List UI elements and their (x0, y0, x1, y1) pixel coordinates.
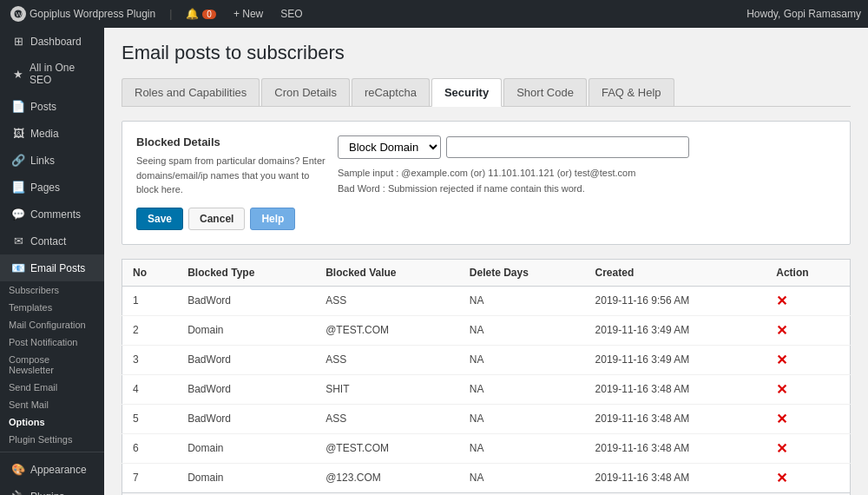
table-row: 3 BadWord ASS NA 2019-11-16 3:49 AM ✕ (122, 345, 851, 374)
cell-no: 4 (122, 374, 178, 404)
sidebar-item-links[interactable]: 🔗 Links (0, 147, 104, 174)
bell-icon: 🔔 (186, 8, 199, 20)
delete-button[interactable]: ✕ (776, 411, 787, 427)
table-row: 5 BadWord ASS NA 2019-11-16 3:48 AM ✕ (122, 404, 851, 433)
sidebar-label-plugins: Plugins (30, 491, 64, 496)
seo-button[interactable]: SEO (277, 8, 306, 20)
sidebar-label-appearance: Appearance (30, 464, 87, 476)
col-header-action: Action (766, 259, 850, 286)
sidebar-item-comments[interactable]: 💬 Comments (0, 201, 104, 228)
col-header-no: No (122, 259, 178, 286)
sidebar-sub-post-notification[interactable]: Post Notification (0, 333, 104, 351)
cell-blocked-type: BadWord (177, 286, 315, 315)
admin-logo-text: Gopiplus Wordpress Plugin (30, 8, 155, 20)
sidebar-item-appearance[interactable]: 🎨 Appearance (0, 456, 104, 483)
tab-faq-help[interactable]: FAQ & Help (589, 78, 674, 106)
sidebar-item-pages[interactable]: 📃 Pages (0, 174, 104, 201)
block-value-input[interactable] (446, 136, 689, 158)
sidebar-item-media[interactable]: 🖼 Media (0, 120, 104, 147)
cell-created: 2019-11-16 3:48 AM (585, 404, 766, 433)
cell-created: 2019-11-16 9:56 AM (585, 286, 766, 315)
sidebar-sub-options[interactable]: Options (0, 413, 104, 431)
table-row: 1 BadWord ASS NA 2019-11-16 9:56 AM ✕ (122, 286, 851, 315)
col-header-blocked-type: Blocked Type (177, 259, 315, 286)
new-button[interactable]: + New (230, 8, 266, 20)
sidebar-item-email-posts[interactable]: 📧 Email Posts (0, 254, 104, 281)
cell-created: 2019-11-16 3:48 AM (585, 463, 766, 492)
admin-bar: W Gopiplus Wordpress Plugin | 🔔 0 + New … (0, 0, 868, 28)
sidebar-item-posts[interactable]: 📄 Posts (0, 93, 104, 120)
tab-roles-and-capabilities[interactable]: Roles and Capabilities (122, 78, 260, 106)
delete-button[interactable]: ✕ (776, 440, 787, 457)
sidebar-divider-1 (0, 452, 104, 452)
table-row: 6 Domain @TEST.COM NA 2019-11-16 3:48 AM… (122, 433, 851, 463)
sidebar-label-posts: Posts (30, 101, 56, 113)
cell-no: 3 (122, 345, 178, 374)
cell-created: 2019-11-16 3:48 AM (585, 374, 766, 404)
cell-blocked-value: @TEST.COM (315, 433, 459, 463)
sidebar-sub-mail-config[interactable]: Mail Configuration (0, 316, 104, 333)
comments-icon: 💬 (11, 208, 25, 221)
delete-button[interactable]: ✕ (776, 381, 787, 398)
page-title: Email posts to subscribers (122, 42, 851, 64)
notification-bell[interactable]: 🔔 0 (182, 8, 220, 20)
delete-button[interactable]: ✕ (776, 322, 787, 339)
dashboard-icon: ⊞ (11, 35, 25, 48)
cell-action: ✕ (766, 433, 850, 463)
sidebar-sub-compose[interactable]: Compose Newsletter (0, 351, 104, 379)
sidebar-sub-sent-mail[interactable]: Sent Mail (0, 396, 104, 413)
notification-count: 0 (202, 10, 216, 19)
sidebar-sub-subscribers[interactable]: Subscribers (0, 281, 104, 299)
sidebar-sub-send-email[interactable]: Send Email (0, 379, 104, 396)
tab-cron-details[interactable]: Cron Details (261, 78, 350, 106)
cell-blocked-type: BadWord (177, 374, 315, 404)
svg-text:W: W (16, 10, 23, 18)
cell-blocked-value: ASS (315, 345, 459, 374)
sidebar-item-contact[interactable]: ✉ Contact (0, 228, 104, 254)
sidebar-item-plugins[interactable]: 🔌 Plugins (0, 483, 104, 495)
table-row: 4 BadWord SHIT NA 2019-11-16 3:48 AM ✕ (122, 374, 851, 404)
tab-recaptcha[interactable]: reCaptcha (352, 78, 430, 106)
sample-text: Sample input : @example.com (or) 11.101.… (338, 166, 836, 196)
new-label: + New (233, 8, 263, 20)
cell-blocked-value: @123.COM (315, 463, 459, 492)
tab-security[interactable]: Security (431, 78, 502, 107)
cell-blocked-type: Domain (177, 433, 315, 463)
tab-short-code[interactable]: Short Code (503, 78, 587, 106)
cell-delete-days: NA (459, 345, 585, 374)
cell-action: ✕ (766, 404, 850, 433)
sidebar-label-email-posts: Email Posts (30, 262, 85, 274)
cell-delete-days: NA (459, 286, 585, 315)
col-header-blocked-value: Blocked Value (315, 259, 459, 286)
table-row: 2 Domain @TEST.COM NA 2019-11-16 3:49 AM… (122, 315, 851, 345)
cell-created: 2019-11-16 3:48 AM (585, 433, 766, 463)
sidebar-item-all-in-one-seo[interactable]: ★ All in One SEO (0, 55, 104, 93)
delete-button[interactable]: ✕ (776, 293, 787, 309)
cancel-button[interactable]: Cancel (188, 208, 245, 230)
delete-button[interactable]: ✕ (776, 470, 787, 486)
cell-blocked-type: Domain (177, 463, 315, 492)
admin-logo[interactable]: W Gopiplus Wordpress Plugin (7, 6, 159, 22)
cell-delete-days: NA (459, 315, 585, 345)
delete-button[interactable]: ✕ (776, 352, 787, 368)
cell-blocked-value: @TEST.COM (315, 315, 459, 345)
block-type-select[interactable]: Block Domain Block Email Block IP Bad Wo… (338, 135, 441, 159)
cell-delete-days: NA (459, 463, 585, 492)
sidebar-label-contact: Contact (30, 235, 66, 248)
cell-no: 5 (122, 404, 178, 433)
sidebar-sub-plugin-settings[interactable]: Plugin Settings (0, 431, 104, 448)
cell-created: 2019-11-16 3:49 AM (585, 315, 766, 345)
seo-icon: ★ (11, 68, 24, 81)
links-icon: 🔗 (11, 154, 25, 167)
cell-no: 7 (122, 463, 178, 492)
help-button[interactable]: Help (250, 208, 295, 230)
col-header-delete-days: Delete Days (459, 259, 585, 286)
sidebar-item-dashboard[interactable]: ⊞ Dashboard (0, 28, 104, 55)
cell-blocked-value: ASS (315, 286, 459, 315)
sidebar-label-media: Media (30, 128, 59, 140)
cell-delete-days: NA (459, 404, 585, 433)
wp-logo-icon: W (10, 6, 26, 22)
sidebar-sub-templates[interactable]: Templates (0, 299, 104, 316)
sidebar-label-dashboard: Dashboard (30, 36, 82, 48)
save-button[interactable]: Save (136, 208, 183, 230)
